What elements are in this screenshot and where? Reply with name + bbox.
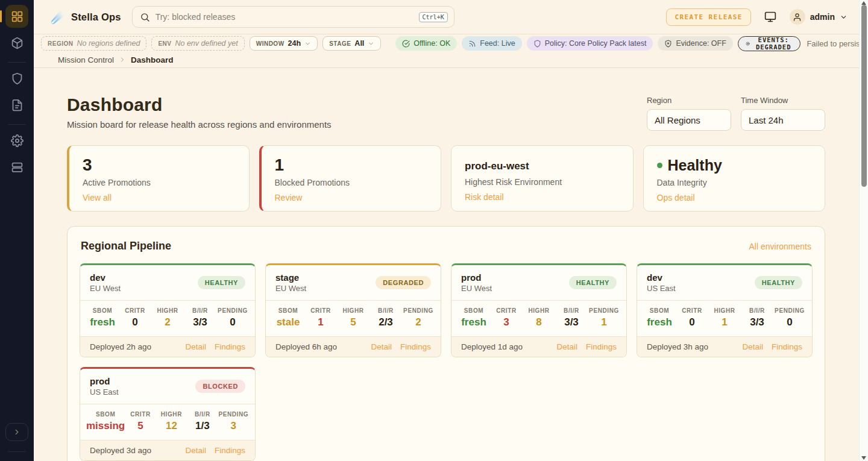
region-context-value: No regions defined <box>77 39 140 48</box>
sidebar-expand-button[interactable] <box>5 423 28 441</box>
stat-value-critr: 1 <box>304 316 337 328</box>
breadcrumb: Mission Control Dashboard <box>34 52 868 68</box>
pipeline-grid: dev EU West HEALTHY SBOMfresh CRITR0 HIG… <box>80 263 813 461</box>
display-mode-button[interactable] <box>764 11 776 23</box>
stage-context-dropdown[interactable]: STAGE All <box>322 36 381 51</box>
findings-link[interactable]: Findings <box>772 342 802 351</box>
active-indicator <box>0 10 2 22</box>
pipeline-card-stage-eu-west: stage EU West DEGRADED SBOMstale CRITR1 … <box>265 263 441 357</box>
stat-value-sbom: fresh <box>643 316 676 328</box>
stat-value-highr: 12 <box>156 420 187 432</box>
regional-pipeline-panel: Regional Pipeline All environments dev E… <box>67 226 825 461</box>
environment-name: prod <box>461 272 492 283</box>
sidebar-item-infrastructure[interactable] <box>5 155 28 178</box>
create-release-button[interactable]: CREATE RELEASE <box>666 8 750 26</box>
status-badge: DEGRADED <box>376 276 431 289</box>
stage-context-label: STAGE <box>329 40 351 47</box>
scrollbar-thumb[interactable] <box>861 5 867 187</box>
detail-link[interactable]: Detail <box>185 342 206 351</box>
region-context-pill[interactable]: REGION No regions defined <box>41 36 146 51</box>
search-icon <box>140 12 150 22</box>
target-dot-icon <box>746 40 750 48</box>
blocked-promotions-value: 1 <box>275 155 428 175</box>
stat-header-sbom: SBOM <box>272 307 304 314</box>
stat-header-bir: B/I/R <box>555 307 588 314</box>
stat-header-pending: PENDING <box>216 307 249 314</box>
highest-risk-label: Highest Risk Environment <box>465 177 620 187</box>
pipeline-card-footer: Deployed 2h ago Detail Findings <box>80 337 255 357</box>
stat-value-critr: 3 <box>490 316 523 328</box>
window-context-dropdown[interactable]: WINDOW 24h <box>250 36 318 51</box>
monitor-icon <box>764 11 776 23</box>
detail-link[interactable]: Detail <box>185 446 206 455</box>
policy-status-badge[interactable]: Policy: Core Policy Pack latest <box>527 36 653 51</box>
page-subtitle: Mission board for release health across … <box>67 119 332 130</box>
status-badge: HEALTHY <box>569 276 617 289</box>
app-root: ☄️ Stella Ops Ctrl+K CREATE RELEASE <box>0 0 868 461</box>
chevron-down-icon <box>368 40 374 47</box>
stat-value-critr: 0 <box>119 316 151 328</box>
topbar-actions: CREATE RELEASE admin <box>666 8 848 26</box>
stat-value-bir: 1/3 <box>187 420 218 432</box>
package-icon <box>11 37 24 49</box>
blocked-promotions-card: 1 Blocked Promotions Review <box>259 145 442 212</box>
view-all-link[interactable]: View all <box>83 193 112 202</box>
breadcrumb-mission-control[interactable]: Mission Control <box>58 55 114 64</box>
events-status-badge[interactable]: EVENTS: DEGRADED <box>738 36 801 51</box>
brand: ☄️ Stella Ops <box>51 11 121 23</box>
deployed-timestamp: Deployed 2h ago <box>90 342 151 351</box>
env-context-label: ENV <box>158 40 171 47</box>
scroll-down-arrow[interactable] <box>861 456 866 460</box>
detail-link[interactable]: Detail <box>556 342 577 351</box>
shield-off-icon <box>664 40 672 48</box>
sidebar-item-dashboard[interactable] <box>5 5 28 28</box>
stat-header-bir: B/I/R <box>370 307 402 314</box>
pipeline-card-head: stage EU West DEGRADED <box>266 265 441 300</box>
detail-link[interactable]: Detail <box>371 342 392 351</box>
environment-name: dev <box>647 272 676 283</box>
stat-header-bir: B/I/R <box>184 307 216 314</box>
panel-header: Regional Pipeline All environments <box>80 240 813 252</box>
review-link[interactable]: Review <box>275 193 303 202</box>
search-shortcut-badge: Ctrl+K <box>419 12 448 22</box>
evidence-status-badge[interactable]: Evidence: OFF <box>658 36 732 51</box>
env-context-pill[interactable]: ENV No env defined yet <box>151 36 244 51</box>
pipeline-card-footer: Deployed 1d ago Detail Findings <box>451 337 626 357</box>
global-search[interactable]: Ctrl+K <box>132 6 454 28</box>
environment-region: US East <box>647 284 676 293</box>
page-title: Dashboard <box>67 95 332 115</box>
all-environments-link[interactable]: All environments <box>749 242 812 251</box>
window-context-value: 24h <box>288 39 301 48</box>
stat-header-pending: PENDING <box>588 307 620 314</box>
findings-link[interactable]: Findings <box>215 446 245 455</box>
document-icon <box>11 99 24 111</box>
pipeline-card-stats: SBOMfresh CRITR0 HIGHR2 B/I/R3/3 PENDING… <box>80 300 255 337</box>
search-input[interactable] <box>156 12 414 22</box>
detail-link[interactable]: Detail <box>742 342 763 351</box>
chevron-right-icon <box>119 56 126 63</box>
stat-value-pending: 1 <box>588 316 620 328</box>
findings-link[interactable]: Findings <box>586 342 617 351</box>
stat-header-pending: PENDING <box>402 307 435 314</box>
sidebar-item-security[interactable] <box>5 67 28 90</box>
ops-detail-link[interactable]: Ops detail <box>657 193 695 202</box>
vertical-scrollbar[interactable] <box>859 0 868 461</box>
risk-detail-link[interactable]: Risk detail <box>465 192 504 202</box>
sidebar-item-documents[interactable] <box>5 93 28 116</box>
sidebar-item-releases[interactable] <box>5 31 28 54</box>
time-window-filter-select[interactable]: Last 24h <box>741 109 825 131</box>
status-badge: HEALTHY <box>755 276 802 289</box>
stat-header-sbom: SBOM <box>86 411 125 418</box>
stat-header-bir: B/I/R <box>741 307 773 314</box>
findings-link[interactable]: Findings <box>400 342 431 351</box>
highest-risk-value: prod-eu-west <box>465 155 620 174</box>
stat-value-bir: 2/3 <box>370 316 402 328</box>
findings-link[interactable]: Findings <box>215 342 245 351</box>
user-menu[interactable]: admin <box>790 9 848 25</box>
sidebar-item-settings[interactable] <box>5 129 28 152</box>
feed-status-badge[interactable]: Feed: Live <box>462 36 521 51</box>
region-filter-select[interactable]: All Regions <box>647 109 731 131</box>
offline-status-badge[interactable]: Offline: OK <box>395 36 457 51</box>
stat-value-bir: 3/3 <box>555 316 588 328</box>
page-content: Dashboard Mission board for release heal… <box>34 68 868 461</box>
